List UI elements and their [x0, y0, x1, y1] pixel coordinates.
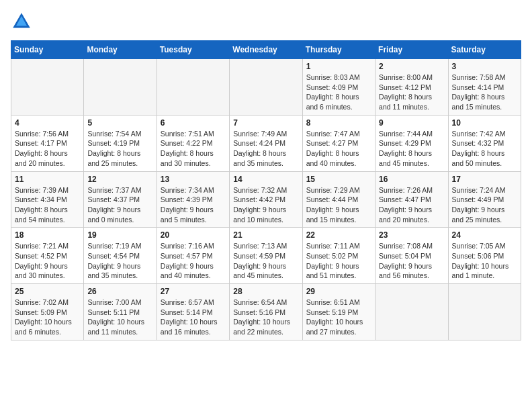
- calendar-cell: 28Sunrise: 6:54 AMSunset: 5:16 PMDayligh…: [230, 284, 302, 340]
- day-detail: Sunrise: 7:39 AMSunset: 4:34 PMDaylight:…: [15, 185, 80, 225]
- page-header: [11, 11, 521, 32]
- calendar-cell: 8Sunrise: 7:47 AMSunset: 4:27 PMDaylight…: [302, 115, 375, 171]
- day-detail: Sunrise: 7:19 AMSunset: 4:54 PMDaylight:…: [87, 241, 152, 281]
- day-detail: Sunrise: 7:44 AMSunset: 4:29 PMDaylight:…: [379, 129, 444, 169]
- day-number: 25: [15, 287, 80, 296]
- calendar-cell: 7Sunrise: 7:49 AMSunset: 4:24 PMDaylight…: [230, 115, 302, 171]
- day-detail: Sunrise: 7:56 AMSunset: 4:17 PMDaylight:…: [15, 129, 80, 169]
- day-number: 6: [161, 118, 226, 128]
- calendar-cell: 18Sunrise: 7:21 AMSunset: 4:52 PMDayligh…: [11, 228, 84, 284]
- calendar-cell: 16Sunrise: 7:26 AMSunset: 4:47 PMDayligh…: [375, 171, 448, 228]
- calendar-cell: 20Sunrise: 7:16 AMSunset: 4:57 PMDayligh…: [157, 228, 229, 284]
- day-number: 27: [161, 287, 226, 296]
- calendar-cell: 11Sunrise: 7:39 AMSunset: 4:34 PMDayligh…: [11, 171, 84, 228]
- calendar-week-row: 4Sunrise: 7:56 AMSunset: 4:17 PMDaylight…: [11, 115, 521, 171]
- day-number: 3: [452, 62, 517, 71]
- day-number: 24: [452, 230, 517, 240]
- calendar-week-row: 1Sunrise: 8:03 AMSunset: 4:09 PMDaylight…: [11, 59, 521, 116]
- day-detail: Sunrise: 6:51 AMSunset: 5:19 PMDaylight:…: [306, 298, 371, 337]
- column-header-wednesday: Wednesday: [230, 41, 302, 59]
- calendar-table: SundayMondayTuesdayWednesdayThursdayFrid…: [11, 40, 521, 340]
- day-detail: Sunrise: 7:21 AMSunset: 4:52 PMDaylight:…: [15, 241, 80, 281]
- day-number: 18: [15, 230, 80, 240]
- day-detail: Sunrise: 7:24 AMSunset: 4:49 PMDaylight:…: [452, 185, 517, 225]
- calendar-cell: 17Sunrise: 7:24 AMSunset: 4:49 PMDayligh…: [448, 171, 521, 228]
- day-number: 8: [306, 118, 371, 128]
- day-number: 28: [233, 287, 298, 296]
- day-detail: Sunrise: 7:49 AMSunset: 4:24 PMDaylight:…: [233, 129, 298, 169]
- day-detail: Sunrise: 8:00 AMSunset: 4:12 PMDaylight:…: [379, 73, 444, 112]
- day-number: 20: [161, 230, 226, 240]
- calendar-cell: 14Sunrise: 7:32 AMSunset: 4:42 PMDayligh…: [230, 171, 302, 228]
- day-number: 23: [379, 230, 444, 240]
- day-number: 10: [452, 118, 517, 128]
- day-number: 26: [87, 287, 152, 296]
- calendar-cell: [375, 284, 448, 340]
- day-detail: Sunrise: 7:54 AMSunset: 4:19 PMDaylight:…: [87, 129, 152, 169]
- day-number: 15: [306, 175, 371, 184]
- calendar-cell: 5Sunrise: 7:54 AMSunset: 4:19 PMDaylight…: [84, 115, 157, 171]
- column-header-saturday: Saturday: [448, 41, 521, 59]
- calendar-cell: 27Sunrise: 6:57 AMSunset: 5:14 PMDayligh…: [157, 284, 229, 340]
- day-number: 4: [15, 118, 80, 128]
- day-number: 16: [379, 175, 444, 184]
- calendar-week-row: 18Sunrise: 7:21 AMSunset: 4:52 PMDayligh…: [11, 228, 521, 284]
- calendar-cell: 10Sunrise: 7:42 AMSunset: 4:32 PMDayligh…: [448, 115, 521, 171]
- day-number: 11: [15, 175, 80, 184]
- logo: [11, 11, 35, 32]
- day-number: 19: [87, 230, 152, 240]
- day-number: 22: [306, 230, 371, 240]
- calendar-cell: 1Sunrise: 8:03 AMSunset: 4:09 PMDaylight…: [302, 59, 375, 116]
- column-header-sunday: Sunday: [11, 41, 84, 59]
- day-detail: Sunrise: 7:26 AMSunset: 4:47 PMDaylight:…: [379, 185, 444, 225]
- calendar-cell: [11, 59, 84, 116]
- calendar-cell: 23Sunrise: 7:08 AMSunset: 5:04 PMDayligh…: [375, 228, 448, 284]
- calendar-week-row: 25Sunrise: 7:02 AMSunset: 5:09 PMDayligh…: [11, 284, 521, 340]
- calendar-cell: 25Sunrise: 7:02 AMSunset: 5:09 PMDayligh…: [11, 284, 84, 340]
- calendar-cell: [157, 59, 229, 116]
- calendar-cell: 15Sunrise: 7:29 AMSunset: 4:44 PMDayligh…: [302, 171, 375, 228]
- day-number: 21: [233, 230, 298, 240]
- calendar-cell: 26Sunrise: 7:00 AMSunset: 5:11 PMDayligh…: [84, 284, 157, 340]
- calendar-cell: [448, 284, 521, 340]
- calendar-cell: 4Sunrise: 7:56 AMSunset: 4:17 PMDaylight…: [11, 115, 84, 171]
- day-detail: Sunrise: 7:47 AMSunset: 4:27 PMDaylight:…: [306, 129, 371, 169]
- calendar-cell: [84, 59, 157, 116]
- logo-icon: [11, 11, 32, 32]
- day-detail: Sunrise: 6:57 AMSunset: 5:14 PMDaylight:…: [161, 298, 226, 337]
- day-number: 5: [87, 118, 152, 128]
- day-detail: Sunrise: 7:05 AMSunset: 5:06 PMDaylight:…: [452, 241, 517, 281]
- day-number: 2: [379, 62, 444, 71]
- calendar-cell: 9Sunrise: 7:44 AMSunset: 4:29 PMDaylight…: [375, 115, 448, 171]
- day-detail: Sunrise: 7:42 AMSunset: 4:32 PMDaylight:…: [452, 129, 517, 169]
- day-number: 14: [233, 175, 298, 184]
- day-number: 29: [306, 287, 371, 296]
- calendar-cell: 13Sunrise: 7:34 AMSunset: 4:39 PMDayligh…: [157, 171, 229, 228]
- day-detail: Sunrise: 7:13 AMSunset: 4:59 PMDaylight:…: [233, 241, 298, 281]
- calendar-header-row: SundayMondayTuesdayWednesdayThursdayFrid…: [11, 41, 521, 59]
- calendar-cell: 3Sunrise: 7:58 AMSunset: 4:14 PMDaylight…: [448, 59, 521, 116]
- column-header-monday: Monday: [84, 41, 157, 59]
- day-detail: Sunrise: 7:00 AMSunset: 5:11 PMDaylight:…: [87, 298, 152, 337]
- calendar-cell: 21Sunrise: 7:13 AMSunset: 4:59 PMDayligh…: [230, 228, 302, 284]
- day-number: 12: [87, 175, 152, 184]
- day-detail: Sunrise: 7:16 AMSunset: 4:57 PMDaylight:…: [161, 241, 226, 281]
- day-detail: Sunrise: 8:03 AMSunset: 4:09 PMDaylight:…: [306, 73, 371, 112]
- calendar-cell: 29Sunrise: 6:51 AMSunset: 5:19 PMDayligh…: [302, 284, 375, 340]
- calendar-cell: 24Sunrise: 7:05 AMSunset: 5:06 PMDayligh…: [448, 228, 521, 284]
- day-detail: Sunrise: 7:37 AMSunset: 4:37 PMDaylight:…: [87, 185, 152, 225]
- calendar-week-row: 11Sunrise: 7:39 AMSunset: 4:34 PMDayligh…: [11, 171, 521, 228]
- day-detail: Sunrise: 7:32 AMSunset: 4:42 PMDaylight:…: [233, 185, 298, 225]
- calendar-cell: 22Sunrise: 7:11 AMSunset: 5:02 PMDayligh…: [302, 228, 375, 284]
- column-header-tuesday: Tuesday: [157, 41, 229, 59]
- column-header-thursday: Thursday: [302, 41, 375, 59]
- calendar-cell: 19Sunrise: 7:19 AMSunset: 4:54 PMDayligh…: [84, 228, 157, 284]
- day-detail: Sunrise: 7:02 AMSunset: 5:09 PMDaylight:…: [15, 298, 80, 337]
- calendar-cell: 12Sunrise: 7:37 AMSunset: 4:37 PMDayligh…: [84, 171, 157, 228]
- day-detail: Sunrise: 6:54 AMSunset: 5:16 PMDaylight:…: [233, 298, 298, 337]
- day-number: 1: [306, 62, 371, 71]
- day-detail: Sunrise: 7:58 AMSunset: 4:14 PMDaylight:…: [452, 73, 517, 112]
- calendar-cell: 2Sunrise: 8:00 AMSunset: 4:12 PMDaylight…: [375, 59, 448, 116]
- day-number: 13: [161, 175, 226, 184]
- day-number: 9: [379, 118, 444, 128]
